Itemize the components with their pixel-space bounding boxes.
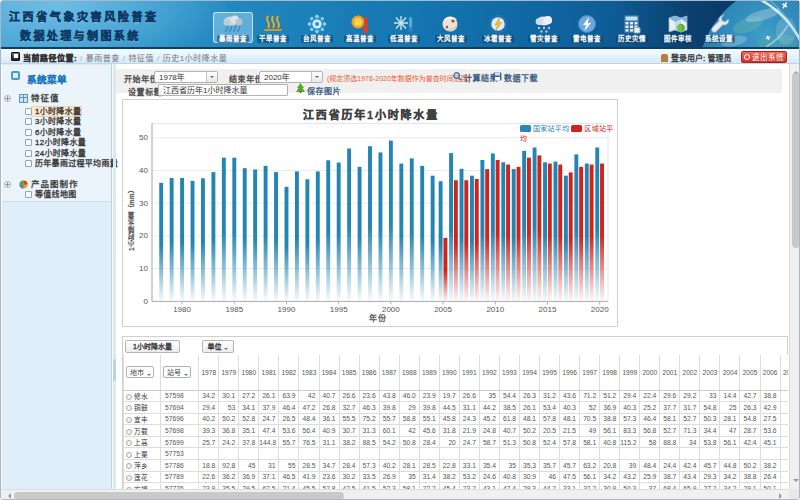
svg-text:1980: 1980 xyxy=(173,305,191,314)
svg-text:1985: 1985 xyxy=(225,305,243,314)
svg-text:2020: 2020 xyxy=(591,305,609,314)
svg-text:40: 40 xyxy=(139,166,148,175)
svg-text:10: 10 xyxy=(139,264,148,273)
svg-text:2010: 2010 xyxy=(486,305,504,314)
svg-text:0: 0 xyxy=(144,297,149,306)
svg-text:50: 50 xyxy=(139,133,148,142)
svg-text:2005: 2005 xyxy=(434,305,452,314)
svg-text:1995: 1995 xyxy=(330,305,348,314)
svg-text:20: 20 xyxy=(139,231,148,240)
svg-text:30: 30 xyxy=(139,199,148,208)
svg-text:1990: 1990 xyxy=(278,305,296,314)
svg-text:2015: 2015 xyxy=(539,305,557,314)
